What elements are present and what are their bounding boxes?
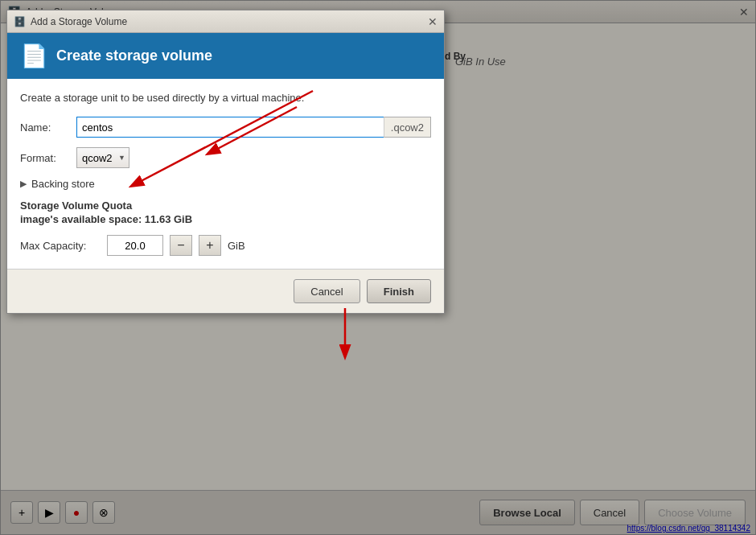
- dialog-titlebar: 🗄️ Add a Storage Volume ✕: [7, 10, 444, 33]
- capacity-input[interactable]: [107, 235, 163, 256]
- name-suffix: .qcow2: [384, 117, 431, 138]
- dialog-body: Create a storage unit to be used directl…: [7, 79, 444, 269]
- name-label: Name:: [20, 121, 76, 134]
- backing-store-row[interactable]: ▶ Backing store: [20, 178, 431, 190]
- dialog-blue-header: 📄 Create storage volume: [7, 33, 444, 79]
- name-input[interactable]: [76, 117, 384, 138]
- dialog-title: Add a Storage Volume: [31, 16, 127, 27]
- dialog-close-button[interactable]: ✕: [428, 15, 438, 28]
- dialog-description: Create a storage unit to be used directl…: [20, 92, 431, 104]
- dialog-cancel-button[interactable]: Cancel: [294, 279, 360, 303]
- capacity-increment-button[interactable]: +: [199, 235, 221, 256]
- capacity-row: Max Capacity: − + GiB: [20, 235, 431, 256]
- dialog-titlebar-left: 🗄️ Add a Storage Volume: [14, 16, 127, 27]
- name-input-group: .qcow2: [76, 117, 431, 138]
- dialog-header-title: Create storage volume: [56, 47, 212, 64]
- backing-store-label: Backing store: [31, 178, 95, 190]
- name-form-row: Name: .qcow2: [20, 117, 431, 138]
- capacity-label: Max Capacity:: [20, 240, 101, 252]
- quota-subtitle: image's available space: 11.63 GiB: [20, 213, 431, 225]
- capacity-decrement-button[interactable]: −: [170, 235, 192, 256]
- dialog-finish-button[interactable]: Finish: [367, 279, 431, 303]
- quota-title: Storage Volume Quota: [20, 200, 431, 212]
- create-storage-dialog: 🗄️ Add a Storage Volume ✕ 📄 Create stora…: [6, 10, 445, 314]
- backing-store-arrow: ▶: [20, 179, 27, 189]
- quota-section: Storage Volume Quota image's available s…: [20, 200, 431, 225]
- create-volume-icon: 📄: [20, 43, 48, 69]
- capacity-unit: GiB: [228, 240, 245, 252]
- format-select[interactable]: qcow2 raw vmdk vhd: [76, 147, 129, 168]
- format-form-row: Format: qcow2 raw vmdk vhd: [20, 147, 431, 168]
- dialog-footer: Cancel Finish: [7, 269, 444, 313]
- format-label: Format:: [20, 152, 76, 164]
- format-select-wrapper: qcow2 raw vmdk vhd: [76, 147, 129, 168]
